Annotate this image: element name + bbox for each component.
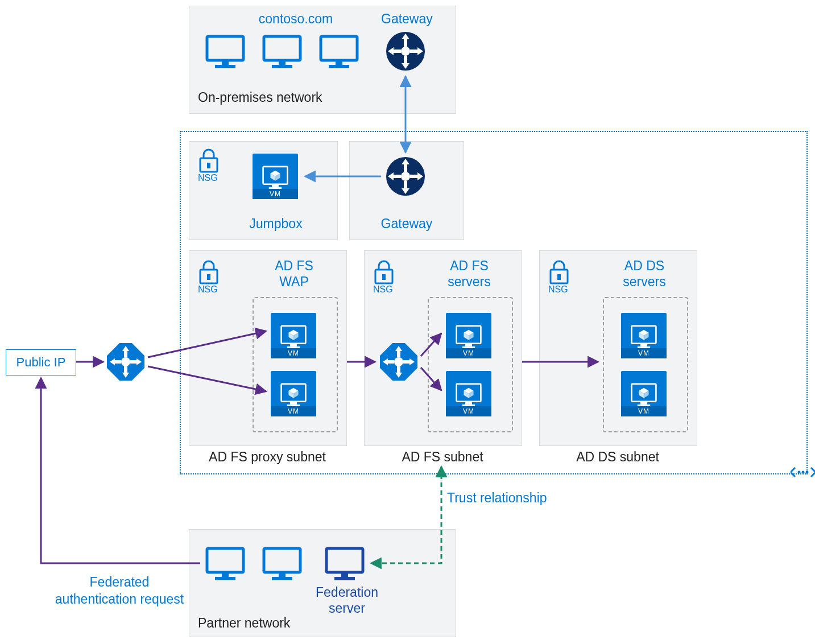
adds-nsg-lock-icon bbox=[546, 258, 572, 284]
vm-label: VM bbox=[271, 406, 316, 416]
wap-vm-icon-2: VM bbox=[271, 371, 316, 416]
azure-gateway-icon bbox=[386, 156, 425, 196]
vm-label: VM bbox=[621, 406, 667, 416]
onprem-pc-icon-2 bbox=[262, 34, 303, 69]
external-lb-icon bbox=[107, 343, 144, 381]
onprem-title: On-premises network bbox=[198, 90, 322, 105]
onprem-pc-icon-3 bbox=[318, 34, 359, 69]
adds-title: AD DS servers bbox=[602, 258, 687, 290]
wap-nsg-lock-icon bbox=[196, 258, 222, 284]
partner-pc-icon-1 bbox=[205, 546, 246, 581]
onprem-pc-icon-1 bbox=[205, 34, 246, 69]
federated-label-1: Federated bbox=[57, 575, 182, 590]
federation-server-icon bbox=[324, 546, 365, 581]
adfs-title: AD FS servers bbox=[427, 258, 512, 290]
onprem-gateway-label: Gateway bbox=[381, 11, 433, 27]
vm-label: VM bbox=[446, 348, 491, 358]
azure-gateway-label: Gateway bbox=[364, 216, 449, 232]
adfs-vm-icon-1: VM bbox=[446, 313, 491, 358]
partner-pc-icon-2 bbox=[262, 546, 303, 581]
wap-subnet-label: AD FS proxy subnet bbox=[189, 449, 346, 465]
jumpbox-nsg-lock-icon bbox=[196, 147, 222, 173]
federated-label-2: authentication request bbox=[34, 592, 205, 607]
public-ip-label: Public IP bbox=[16, 355, 66, 370]
onprem-domain-label: contoso.com bbox=[239, 11, 353, 27]
adfs-nsg-lock-icon bbox=[371, 258, 397, 284]
vnet-handle-icon bbox=[791, 465, 815, 479]
vm-label: VM bbox=[271, 348, 316, 358]
vm-label: VM bbox=[253, 189, 298, 199]
vm-label: VM bbox=[621, 348, 667, 358]
wap-nsg-text: NSG bbox=[198, 284, 218, 295]
adds-subnet-label: AD DS subnet bbox=[539, 449, 696, 465]
vm-label: VM bbox=[446, 406, 491, 416]
federation-server-label: Federation server bbox=[301, 585, 392, 616]
adds-vm-icon-2: VM bbox=[621, 371, 667, 416]
jumpbox-vm-icon: VM bbox=[253, 154, 298, 199]
internal-lb-icon bbox=[380, 343, 417, 381]
public-ip-box: Public IP bbox=[6, 349, 76, 375]
wap-title: AD FS WAP bbox=[251, 258, 337, 290]
adfs-subnet-label: AD FS subnet bbox=[364, 449, 521, 465]
jumpbox-label: Jumpbox bbox=[233, 216, 318, 232]
adds-vm-icon-1: VM bbox=[621, 313, 667, 358]
adfs-vm-icon-2: VM bbox=[446, 371, 491, 416]
partner-title: Partner network bbox=[198, 616, 290, 631]
wap-vm-icon-1: VM bbox=[271, 313, 316, 358]
adds-nsg-text: NSG bbox=[548, 284, 568, 295]
adfs-nsg-text: NSG bbox=[373, 284, 393, 295]
trust-relationship-label: Trust relationship bbox=[447, 490, 547, 506]
jumpbox-nsg-text: NSG bbox=[198, 173, 218, 183]
onprem-gateway-icon bbox=[386, 31, 425, 71]
